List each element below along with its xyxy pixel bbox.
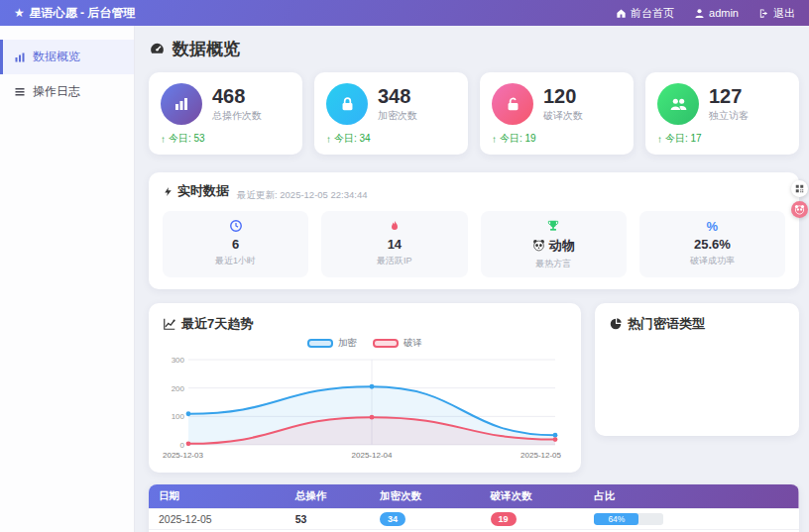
page-title: 数据概览: [149, 38, 799, 60]
clock-icon: [229, 219, 243, 233]
stat-value: 348: [378, 85, 417, 107]
arrow-up-icon: ↑: [657, 134, 662, 145]
svg-text:300: 300: [172, 356, 185, 365]
stat-today: 今日: 34: [334, 132, 371, 146]
col-header-date: 日期: [149, 484, 286, 509]
account-label: admin: [709, 7, 739, 19]
frontend-home-link[interactable]: 前台首页: [616, 6, 674, 21]
top-navbar: ★ 星语心愿 - 后台管理 前台首页 admin 退出: [0, 0, 809, 26]
realtime-label: 最热方言: [487, 258, 621, 270]
realtime-label: 破译成功率: [645, 255, 779, 267]
realtime-updated: 最近更新: 2025-12-05 22:34:44: [237, 189, 368, 202]
user-icon: [694, 8, 705, 19]
star-icon: ★: [14, 6, 25, 20]
col-header-ratio: 占比: [584, 484, 799, 509]
col-header-decrypt: 破译次数: [481, 484, 585, 509]
dashboard-icon: [14, 52, 26, 63]
qr-code-icon: [795, 184, 804, 193]
stat-cards-row: 468 总操作次数 ↑今日: 53 348 加密次数 ↑今日: 34: [149, 72, 799, 155]
panda-icon: [532, 239, 545, 252]
stat-card-encrypt-count: 348 加密次数 ↑今日: 34: [314, 72, 468, 155]
realtime-value: 动物: [549, 237, 575, 255]
table-header-row: 日期 总操作 加密次数 破译次数 占比: [149, 484, 799, 509]
svg-text:2025-12-04: 2025-12-04: [352, 451, 393, 460]
realtime-value: 25.6%: [645, 237, 779, 252]
floating-widget-qr[interactable]: [791, 180, 808, 197]
stat-value: 127: [709, 85, 749, 107]
legend-item-encrypt[interactable]: 加密: [307, 337, 357, 350]
cell-date: 2025-12-05: [149, 508, 286, 529]
stat-today: 今日: 19: [500, 132, 536, 146]
daily-stats-table: 日期 总操作 加密次数 破译次数 占比 2025-12-05 53 34 19 …: [149, 484, 799, 532]
svg-text:2025-12-05: 2025-12-05: [520, 451, 561, 460]
frontend-home-label: 前台首页: [631, 6, 674, 21]
stat-card-unique-visitors: 127 独立访客 ↑今日: 17: [645, 72, 799, 155]
lightning-icon: [163, 185, 173, 198]
stat-card-total-operations: 468 总操作次数 ↑今日: 53: [149, 72, 302, 155]
arrow-up-icon: ↑: [161, 134, 166, 145]
stat-card-decrypt-count: 120 破译次数 ↑今日: 19: [480, 72, 634, 155]
col-header-total: 总操作: [286, 484, 370, 509]
col-header-encrypt: 加密次数: [370, 484, 481, 509]
arrow-up-icon: ↑: [492, 134, 497, 145]
home-icon: [616, 8, 627, 19]
stat-label: 独立访客: [709, 109, 749, 123]
pie-title: 热门密语类型: [628, 315, 705, 333]
svg-text:200: 200: [172, 383, 185, 392]
stat-today: 今日: 53: [169, 132, 205, 146]
list-icon: [14, 86, 26, 98]
chart-legend: 加密 破译: [163, 337, 567, 350]
bar-chart-icon: [173, 95, 190, 113]
panda-icon: [794, 204, 805, 215]
realtime-item-active-ip: 14 最活跃IP: [321, 211, 467, 277]
pie-chart-icon: [609, 317, 623, 331]
legend-swatch: [307, 339, 333, 348]
logout-label: 退出: [773, 6, 795, 21]
legend-swatch: [373, 339, 399, 348]
percent-icon: %: [707, 219, 719, 234]
realtime-title: 实时数据: [177, 182, 229, 200]
trend-title: 最近7天趋势: [181, 315, 253, 333]
legend-item-decrypt[interactable]: 破译: [373, 337, 422, 350]
table-row: 2025-12-05 53 34 19 64%: [149, 508, 799, 529]
logout-link[interactable]: 退出: [758, 6, 795, 21]
realtime-item-last-hour: 6 最近1小时: [163, 211, 308, 277]
stat-label: 总操作次数: [212, 109, 262, 123]
account-link[interactable]: admin: [694, 7, 739, 19]
flame-icon: [389, 219, 401, 233]
svg-text:0: 0: [180, 441, 185, 450]
realtime-item-success-rate: % 25.6% 破译成功率: [639, 211, 785, 277]
page-title-text: 数据概览: [173, 38, 240, 60]
svg-text:100: 100: [172, 412, 185, 421]
unlock-icon: [505, 96, 521, 113]
trend-chart-panel: 最近7天趋势 加密 破译 01002003002025-12-032025-12…: [149, 303, 581, 473]
arrow-up-icon: ↑: [326, 134, 331, 145]
stat-today: 今日: 17: [665, 132, 702, 146]
main-content: 数据概览 468 总操作次数 ↑今日: 53: [135, 26, 809, 532]
sidebar: 数据概览 操作日志: [0, 26, 135, 532]
cell-total: 53: [286, 508, 370, 529]
sidebar-item-data-overview[interactable]: 数据概览: [0, 40, 134, 74]
stat-label: 加密次数: [378, 109, 417, 123]
realtime-panel: 实时数据 最近更新: 2025-12-05 22:34:44 6 最近1小时 1…: [149, 172, 799, 289]
pie-chart-panel: 热门密语类型: [595, 303, 799, 436]
trophy-icon: [546, 219, 560, 233]
sidebar-item-operation-log[interactable]: 操作日志: [0, 74, 134, 109]
stat-value: 468: [212, 85, 262, 107]
lock-icon: [339, 96, 356, 113]
brand-title: 星语心愿 - 后台管理: [30, 5, 136, 22]
ratio-progress: 64%: [594, 513, 663, 525]
legend-label: 加密: [338, 337, 357, 350]
realtime-label: 最活跃IP: [327, 255, 461, 267]
floating-widget-mascot[interactable]: [791, 201, 808, 218]
stat-label: 破译次数: [543, 109, 583, 123]
sidebar-item-label: 数据概览: [33, 49, 80, 65]
svg-text:2025-12-03: 2025-12-03: [163, 451, 203, 460]
users-icon: [669, 95, 688, 114]
stat-value: 120: [543, 85, 583, 107]
legend-label: 破译: [404, 337, 422, 350]
realtime-item-hottest-dialect: 动物 最热方言: [481, 211, 627, 277]
decrypt-badge: 19: [491, 512, 517, 526]
realtime-value: 6: [169, 237, 302, 252]
trend-chart-svg: 01002003002025-12-032025-12-042025-12-05: [163, 352, 561, 461]
